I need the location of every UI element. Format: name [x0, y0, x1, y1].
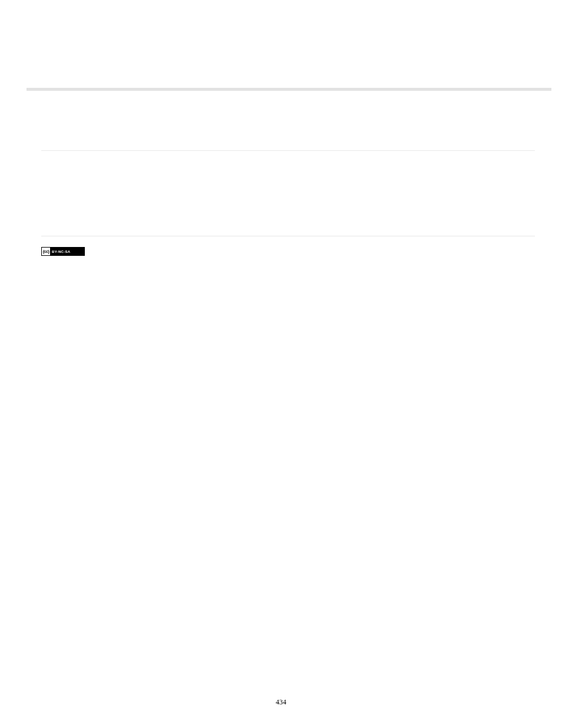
- cc-license-label: BY-NC-SA: [52, 250, 70, 253]
- section-divider-2: [41, 236, 535, 236]
- section-divider-1: [41, 150, 535, 151]
- cc-symbol-text: (cc): [43, 249, 49, 253]
- cc-logo-icon: (cc): [42, 248, 50, 255]
- top-divider: [27, 88, 551, 91]
- page-number: 434: [0, 698, 562, 707]
- cc-license-badge: (cc) BY-NC-SA: [41, 247, 85, 256]
